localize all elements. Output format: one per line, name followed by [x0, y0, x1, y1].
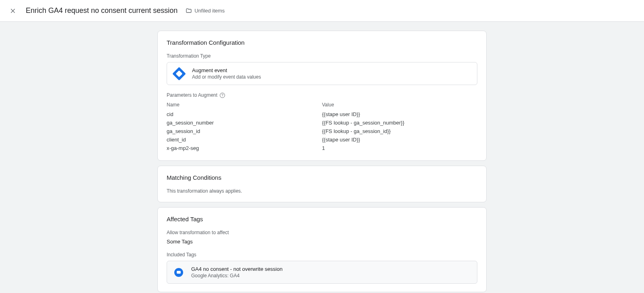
table-row: ga_session_id {{FS lookup - ga_session_i… — [167, 127, 477, 135]
param-name: x-ga-mp2-seg — [167, 145, 322, 151]
type-desc: Add or modify event data values — [192, 74, 261, 80]
augment-event-icon — [172, 67, 186, 81]
param-value: 1 — [322, 145, 477, 151]
param-name: ga_session_id — [167, 128, 322, 134]
params-label-text: Parameters to Augment — [167, 92, 217, 98]
folder-icon — [186, 8, 192, 14]
tag-desc: Google Analytics: GA4 — [191, 273, 283, 278]
transformation-card: Transformation Configuration Transformat… — [157, 31, 487, 161]
content-area: Transformation Configuration Transformat… — [157, 31, 487, 292]
affected-card: Affected Tags Allow transformation to af… — [157, 207, 487, 292]
table-row: ga_session_number {{FS lookup - ga_sessi… — [167, 118, 477, 127]
param-value: {{FS lookup - ga_session_id}} — [322, 128, 477, 134]
allow-value: Some Tags — [167, 239, 477, 245]
param-value: {{FS lookup - ga_session_number}} — [322, 120, 477, 126]
folder-label: Unfiled items — [194, 8, 225, 14]
param-value: {{stape user ID}} — [322, 111, 477, 117]
col-header-name: Name — [167, 102, 322, 108]
matching-card-title: Matching Conditions — [167, 174, 477, 181]
type-name: Augment event — [192, 67, 261, 73]
close-icon — [10, 8, 16, 14]
page-header: Enrich GA4 request no consent current se… — [0, 0, 644, 22]
included-tag[interactable]: GA4 no consent - not overwrite session G… — [167, 261, 477, 284]
table-row: cid {{stape user ID}} — [167, 110, 477, 118]
page-title: Enrich GA4 request no consent current se… — [26, 6, 178, 15]
param-table-head: Name Value — [167, 101, 477, 110]
param-name: client_id — [167, 137, 322, 143]
help-icon[interactable]: ? — [220, 93, 225, 98]
included-label: Included Tags — [167, 252, 477, 258]
table-row: x-ga-mp2-seg 1 — [167, 144, 477, 152]
allow-label: Allow transformation to affect — [167, 230, 477, 235]
matching-card: Matching Conditions This transformation … — [157, 166, 487, 202]
table-row: client_id {{stape user ID}} — [167, 135, 477, 144]
folder-chip[interactable]: Unfiled items — [186, 8, 225, 14]
ga4-tag-icon — [174, 268, 183, 277]
param-name: cid — [167, 111, 322, 117]
close-button[interactable] — [8, 6, 18, 16]
transformation-card-title: Transformation Configuration — [167, 39, 477, 46]
col-header-value: Value — [322, 102, 477, 108]
params-label: Parameters to Augment ? — [167, 92, 477, 98]
type-texts: Augment event Add or modify event data v… — [192, 67, 261, 80]
param-name: ga_session_number — [167, 120, 322, 126]
tag-texts: GA4 no consent - not overwrite session G… — [191, 266, 283, 278]
param-table: Name Value cid {{stape user ID}} ga_sess… — [167, 101, 477, 152]
type-label: Transformation Type — [167, 53, 477, 59]
affected-card-title: Affected Tags — [167, 216, 477, 222]
tag-name: GA4 no consent - not overwrite session — [191, 266, 283, 272]
transformation-type-selector[interactable]: Augment event Add or modify event data v… — [167, 62, 477, 85]
param-value: {{stape user ID}} — [322, 137, 477, 143]
matching-text: This transformation always applies. — [167, 188, 477, 194]
